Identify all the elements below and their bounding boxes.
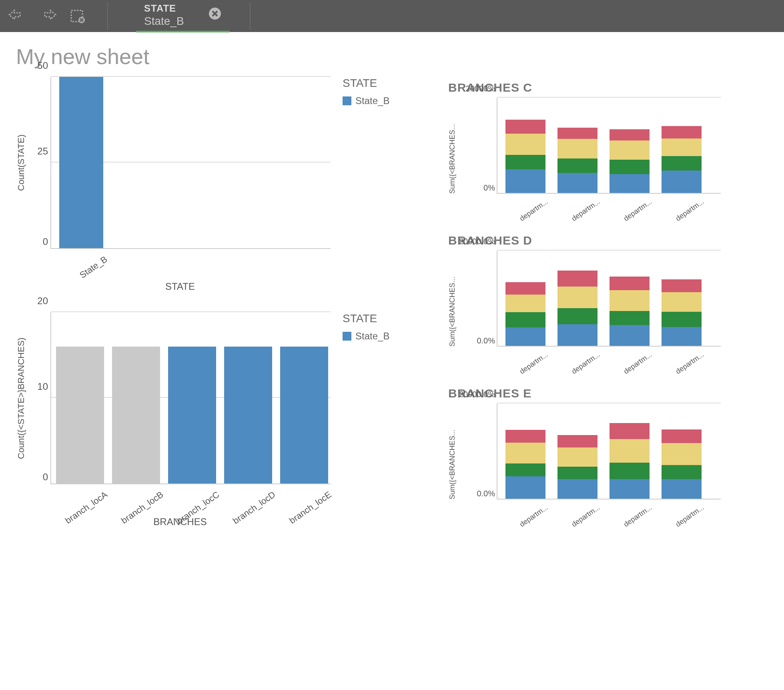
legend-label: State_B bbox=[355, 95, 389, 106]
chart-branches-c[interactable]: BRANCHES C Sum({<BRANCHES... 0% 20000% bbox=[448, 81, 768, 222]
close-icon[interactable] bbox=[208, 7, 222, 24]
bar-branch-loce[interactable] bbox=[280, 347, 328, 483]
xtick: departm... bbox=[658, 499, 706, 538]
ytick: 0% bbox=[483, 183, 497, 193]
stacked-bar[interactable] bbox=[557, 128, 598, 193]
ytick: 50 bbox=[37, 60, 51, 71]
legend-item[interactable]: State_B bbox=[343, 95, 389, 106]
stacked-bar[interactable] bbox=[610, 129, 650, 193]
plot-area: 0 10 20 branch_locA branch_locB branch_l… bbox=[50, 312, 331, 484]
stacked-bar[interactable] bbox=[662, 429, 702, 499]
bar-branch-locc[interactable] bbox=[168, 347, 216, 483]
legend-swatch bbox=[343, 96, 351, 105]
ytick: 0.0% bbox=[477, 336, 497, 345]
bar-branch-loca[interactable] bbox=[56, 347, 104, 483]
toolbar-separator bbox=[250, 2, 251, 30]
legend: STATE State_B bbox=[343, 77, 389, 106]
filter-chip-state[interactable]: STATE State_B bbox=[136, 0, 230, 32]
plot-area: 0 25 50 State_B bbox=[50, 77, 331, 249]
stacked-bar[interactable] bbox=[505, 120, 545, 193]
legend-item[interactable]: State_B bbox=[343, 331, 389, 342]
ytick: 0.0% bbox=[477, 489, 497, 498]
yaxis-label: Sum({<BRANCHES... bbox=[448, 251, 457, 347]
filter-value: State_B bbox=[144, 15, 184, 28]
ytick: 0 bbox=[43, 471, 51, 483]
ytick: 0 bbox=[43, 236, 51, 247]
stacked-bar[interactable] bbox=[662, 279, 702, 346]
stacked-bar[interactable] bbox=[505, 282, 545, 346]
yaxis-label: Sum({<BRANCHES... bbox=[448, 403, 457, 499]
toolbar-separator bbox=[107, 2, 108, 30]
legend-swatch bbox=[343, 332, 351, 341]
filter-label: STATE bbox=[144, 3, 184, 14]
ytick: 10 bbox=[37, 381, 51, 392]
legend-label: State_B bbox=[355, 331, 389, 342]
chart-count-state[interactable]: Count(STATE) 0 25 50 State_B STATE bbox=[16, 77, 436, 292]
ytick: 25 bbox=[37, 146, 51, 157]
chart-count-branches[interactable]: Count({<STATE>}BRANCHES) 0 10 20 branch_… bbox=[16, 312, 436, 528]
xtick: departm... bbox=[502, 499, 549, 538]
stacked-bar[interactable] bbox=[610, 423, 650, 499]
step-back-icon[interactable] bbox=[8, 8, 26, 24]
stacked-bar[interactable] bbox=[505, 430, 545, 499]
selection-toolbar: STATE State_B bbox=[0, 0, 784, 32]
xtick: departm... bbox=[606, 499, 654, 538]
bar-branch-locd[interactable] bbox=[224, 347, 272, 483]
page-title: My new sheet bbox=[0, 32, 784, 77]
ytick: 20000% bbox=[466, 84, 497, 93]
plot-area: 0% 20000% bbox=[497, 98, 721, 194]
step-forward-icon[interactable] bbox=[38, 8, 57, 24]
yaxis-label: Sum({<BRANCHES... bbox=[448, 98, 457, 194]
xtick: departm... bbox=[554, 499, 602, 538]
ytick: 20 bbox=[37, 295, 51, 307]
plot-area: 0.0% 20000.0% bbox=[497, 251, 721, 347]
legend-title: STATE bbox=[343, 312, 389, 325]
clear-selection-icon[interactable] bbox=[69, 8, 87, 24]
legend-title: STATE bbox=[343, 77, 389, 90]
stacked-bar[interactable] bbox=[662, 126, 702, 193]
yaxis-label: Count({<STATE>}BRANCHES) bbox=[16, 312, 26, 484]
chart-branches-d[interactable]: BRANCHES D Sum({<BRANCHES... 0.0% 20000.… bbox=[448, 234, 768, 375]
chart-branches-e[interactable]: BRANCHES E Sum({<BRANCHES... 0.0% 20000.… bbox=[448, 387, 768, 499]
bar-state-b[interactable] bbox=[59, 77, 103, 248]
yaxis-label: Count(STATE) bbox=[16, 77, 26, 249]
stacked-bar[interactable] bbox=[557, 271, 598, 346]
stacked-bar[interactable] bbox=[610, 277, 650, 346]
legend: STATE State_B bbox=[343, 312, 389, 342]
plot-area: 0.0% 20000.0% bbox=[497, 403, 721, 499]
bar-branch-locb[interactable] bbox=[112, 347, 160, 483]
ytick: 20000.0% bbox=[459, 237, 497, 246]
stacked-bar[interactable] bbox=[557, 435, 598, 499]
ytick: 20000.0% bbox=[459, 390, 497, 399]
